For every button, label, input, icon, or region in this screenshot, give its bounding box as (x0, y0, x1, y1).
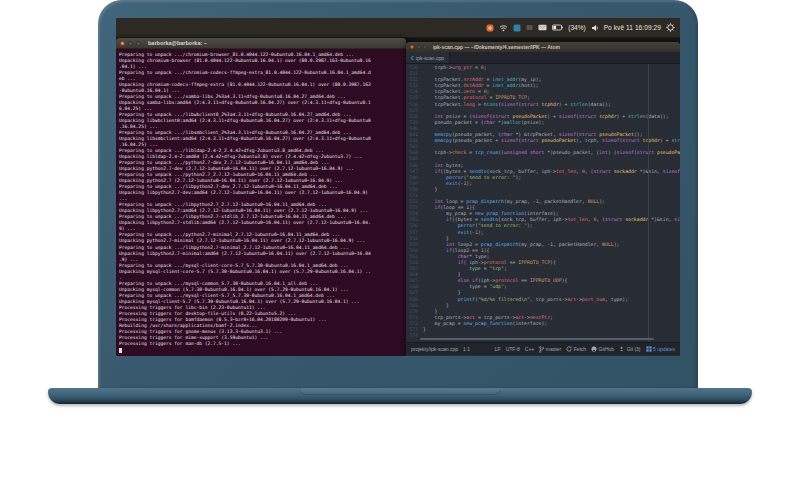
status-item-git-3-[interactable]: Git (3) (619, 346, 640, 352)
sync-icon (566, 346, 572, 352)
terminal-cursor (119, 348, 122, 353)
terminal-close-button[interactable] (120, 41, 125, 46)
clock[interactable]: Po kvě 11 16:09:29 (604, 24, 661, 31)
volume-icon[interactable] (591, 24, 599, 32)
battery-icon[interactable] (552, 24, 563, 31)
keyboard-layout-icon[interactable] (513, 24, 521, 32)
atom-window: ipk-scan.cpp — ~/Dokumenty/4.semester/IP… (406, 42, 680, 356)
terminal-line: Unpacking chromium-browser (81.0.4044.12… (119, 58, 403, 64)
status-item-utf-8[interactable]: UTF-8 (506, 346, 520, 352)
status-bar: projekty/ipk-scan.cpp 1:1 LFUTF-8C++mast… (406, 342, 680, 355)
status-item-label: Fetch (574, 346, 587, 352)
laptop-base (48, 388, 752, 404)
atom-close-button[interactable] (410, 45, 414, 49)
messaging-envelope-icon[interactable] (538, 24, 547, 31)
input-method-icon[interactable] (526, 24, 533, 31)
terminal-line: Unpacking libwbclient0:amd64 (2:4.3.11+d… (119, 118, 403, 124)
atom-window-title: ipk-scan.cpp — ~/Dokumenty/4.semester/IP… (433, 44, 561, 50)
status-item-label: C++ (525, 346, 534, 352)
laptop-mockup: (34%) Po kvě 11 16:09:29 barborka@bar (0, 0, 800, 477)
terminal-titlebar[interactable]: barborka@barborka: ~ (116, 38, 406, 49)
status-item-label: 5 updates (653, 346, 675, 352)
code-line: int psize = (sizeof(struct pseudoPacket)… (423, 114, 680, 120)
terminal-line: Unpacking python2.7-minimal (2.7.12-1ubu… (119, 238, 403, 244)
code-line: tcph->check = tcp_csum((unsigned short *… (423, 150, 680, 156)
branch-icon (539, 346, 544, 353)
status-item-label: Git (3) (627, 346, 641, 352)
status-item-label: GitHub (599, 346, 615, 352)
status-item-label: UTF-8 (506, 346, 520, 352)
tab-ipk-scan-cpp[interactable]: C ipk-scan.cpp (406, 52, 450, 63)
terminal-line: Unpacking libpython2.7-minimal:amd64 (2.… (119, 251, 403, 257)
laptop-lid: (34%) Po kvě 11 16:09:29 barborka@bar (98, 0, 698, 389)
atom-titlebar[interactable]: ipk-scan.cpp — ~/Dokumenty/4.semester/IP… (406, 42, 680, 52)
laptop-screen: (34%) Po kvě 11 16:09:29 barborka@bar (116, 18, 680, 356)
terminal-minimize-button[interactable] (128, 41, 133, 46)
terminal-maximize-button[interactable] (136, 41, 141, 46)
tab-label: ipk-scan.cpp (416, 55, 444, 61)
cpp-file-icon: C (411, 55, 414, 61)
status-item-5-updates[interactable]: 5 updates (646, 346, 675, 352)
terminal-line: Unpacking libpython2.7-stdlib:amd64 (2.7… (119, 220, 403, 226)
status-item-label: master (546, 346, 561, 352)
status-cursor-position[interactable]: 1:1 (463, 346, 470, 352)
terminal-line: Unpacking samba-libs:amd64 (2:4.3.11+dfs… (119, 100, 403, 106)
unity-top-panel: (34%) Po kvě 11 16:09:29 (116, 18, 680, 38)
system-tray: (34%) Po kvě 11 16:09:29 (486, 23, 680, 32)
status-item-fetch[interactable]: Fetch (566, 346, 586, 352)
diff-icon (619, 346, 625, 352)
github-icon (591, 346, 597, 352)
terminal-line: Unpacking mysql-client-core-5.7 (5.7.30-… (119, 269, 403, 275)
status-item-c-[interactable]: C++ (525, 346, 534, 352)
terminal-line: Preparing to unpack .../chromium-codecs-… (119, 70, 403, 76)
status-file-path[interactable]: projekty/ipk-scan.cpp (411, 346, 458, 352)
status-item-github[interactable]: GitHub (591, 346, 614, 352)
status-item-lf[interactable]: LF (495, 346, 501, 352)
laptop-hinge-groove (299, 388, 501, 395)
code-editor[interactable]: 5305315325335345355365375385395405415425… (406, 64, 680, 342)
atom-minimize-button[interactable] (417, 45, 421, 49)
terminal-line: Unpacking libsmbclient:amd64 (2:4.3.11+d… (119, 136, 403, 142)
updates-icon (646, 346, 652, 352)
horizontal-scrollbar[interactable] (420, 338, 654, 340)
battery-percentage[interactable]: (34%) (568, 24, 585, 31)
terminal-line: Unpacking libpython2.7-dev:amd64 (2.7.12… (119, 190, 403, 196)
status-item-label: LF (495, 346, 501, 352)
atom-maximize-button[interactable] (423, 45, 427, 49)
status-item-master[interactable]: master (539, 346, 561, 353)
code-line: memcpy(pseudo_packet + sizeof(struct pse… (423, 138, 680, 144)
line-number: 574 (406, 333, 418, 339)
terminal-window: barborka@barborka: ~ Preparing to unpack… (116, 38, 406, 356)
terminal-output[interactable]: Preparing to unpack .../chromium-browser… (116, 49, 406, 356)
status-right-items: LFUTF-8C++masterFetchGitHubGit (3)5 upda… (495, 346, 675, 353)
wifi-icon[interactable] (499, 24, 508, 32)
wrap-guide (648, 64, 649, 342)
tab-bar: C ipk-scan.cpp (406, 52, 680, 64)
session-gear-icon[interactable] (666, 23, 675, 32)
terminal-title: barborka@barborka: ~ (148, 40, 207, 46)
line-number-gutter: 5305315325335345355365375385395405415425… (406, 64, 420, 342)
code-content[interactable]: tcph->urg_ptr = 0; tcpPacket.srcAddr = i… (420, 64, 680, 342)
software-updater-icon[interactable] (486, 24, 494, 32)
